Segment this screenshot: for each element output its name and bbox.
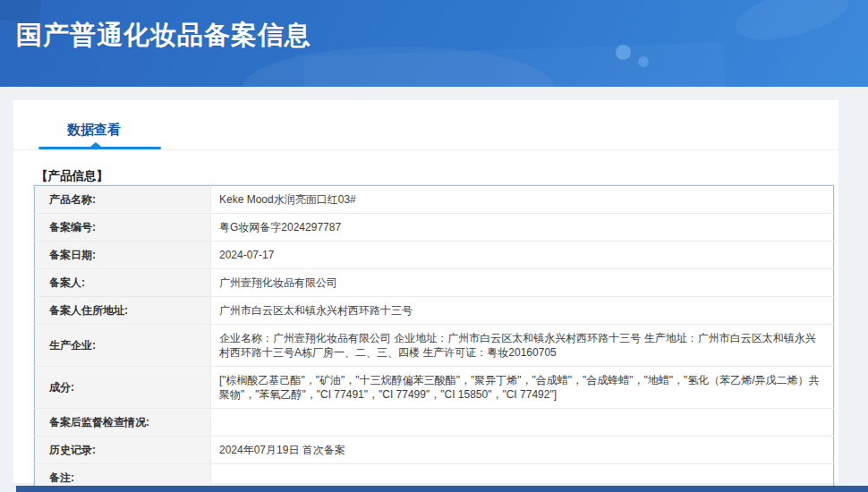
table-row-filer-address: 备案人住所地址: 广州市白云区太和镇永兴村西环路十三号 <box>35 297 834 325</box>
row-label: 备案日期: <box>35 242 211 269</box>
row-label: 历史记录: <box>35 437 211 464</box>
row-value: 2024-07-17 <box>211 242 834 269</box>
table-row-product-name: 产品名称: Keke Mood水润亮面口红03# <box>35 186 834 214</box>
tab-data-view[interactable]: 数据查看 <box>67 122 121 139</box>
table-row-history: 历史记录: 2024年07月19日 首次备案 <box>35 437 834 464</box>
tab-bar: 数据查看 <box>13 100 838 150</box>
footer-bar <box>16 486 868 492</box>
table-row-filing-date: 备案日期: 2024-07-17 <box>35 242 834 269</box>
row-label: 备案编号: <box>35 214 211 242</box>
page-header: 国产普通化妆品备案信息 <box>0 0 868 87</box>
row-value: 粤G妆网备字2024297787 <box>211 214 834 242</box>
row-value <box>211 409 834 437</box>
table-row-post-filing-inspection: 备案后监督检查情况: <box>35 409 834 437</box>
table-row-manufacturer: 生产企业: 企业名称：广州壹翔化妆品有限公司 企业地址：广州市白云区太和镇永兴村… <box>35 325 834 367</box>
table-row-filer: 备案人: 广州壹翔化妆品有限公司 <box>35 269 834 297</box>
decorative-circle <box>638 56 649 67</box>
row-value: 2024年07月19日 首次备案 <box>211 437 834 464</box>
product-info-table: 产品名称: Keke Mood水润亮面口红03# 备案编号: 粤G妆网备字202… <box>34 185 834 492</box>
row-label: 备案后监督检查情况: <box>35 409 211 437</box>
tab-active-indicator <box>38 147 161 149</box>
row-label: 生产企业: <box>35 325 211 367</box>
row-label: 成分: <box>35 367 211 409</box>
page-title: 国产普通化妆品备案信息 <box>16 18 311 54</box>
row-value: Keke Mood水润亮面口红03# <box>211 186 834 214</box>
row-label: 备案人住所地址: <box>35 297 211 325</box>
table-row-filing-number: 备案编号: 粤G妆网备字2024297787 <box>35 214 834 242</box>
product-info-section-title: 【产品信息】 <box>36 168 108 184</box>
content-card: 数据查看 【产品信息】 产品名称: Keke Mood水润亮面口红03# 备案编… <box>13 100 838 483</box>
row-value: 广州壹翔化妆品有限公司 <box>211 269 834 297</box>
table-row-ingredients: 成分: ["棕榈酸乙基己酯"，"矿油"，"十三烷醇偏苯三酸酯"，"聚异丁烯"，"… <box>35 367 834 409</box>
row-label: 备案人: <box>35 269 211 297</box>
row-value: 企业名称：广州壹翔化妆品有限公司 企业地址：广州市白云区太和镇永兴村西环路十三号… <box>211 325 834 367</box>
row-label: 产品名称: <box>35 186 211 214</box>
row-value: 广州市白云区太和镇永兴村西环路十三号 <box>211 297 834 325</box>
decorative-blob <box>730 0 854 49</box>
row-value: ["棕榈酸乙基己酯"，"矿油"，"十三烷醇偏苯三酸酯"，"聚异丁烯"，"合成蜡"… <box>211 367 834 409</box>
decorative-circle <box>616 45 631 60</box>
